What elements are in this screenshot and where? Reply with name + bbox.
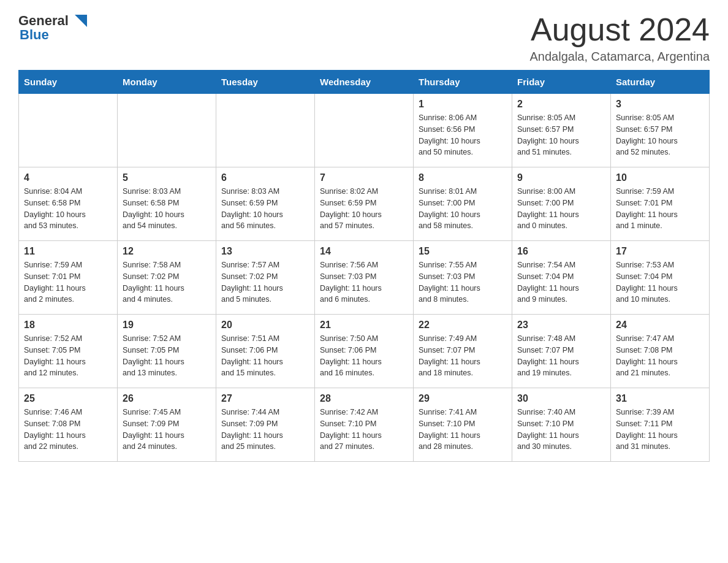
day-number: 24 xyxy=(616,320,704,331)
calendar-header-row: SundayMondayTuesdayWednesdayThursdayFrid… xyxy=(19,71,710,94)
day-number: 23 xyxy=(517,320,605,331)
day-number: 14 xyxy=(320,246,408,257)
day-info: Sunrise: 7:52 AM Sunset: 7:05 PM Dayligh… xyxy=(24,333,112,379)
calendar-cell: 3Sunrise: 8:05 AM Sunset: 6:57 PM Daylig… xyxy=(611,94,710,167)
calendar-cell: 31Sunrise: 7:39 AM Sunset: 7:11 PM Dayli… xyxy=(611,388,710,462)
day-info: Sunrise: 7:41 AM Sunset: 7:10 PM Dayligh… xyxy=(419,407,507,453)
day-info: Sunrise: 7:55 AM Sunset: 7:03 PM Dayligh… xyxy=(419,259,507,305)
day-number: 4 xyxy=(24,172,112,183)
logo-triangle-icon xyxy=(70,12,87,29)
calendar-cell: 12Sunrise: 7:58 AM Sunset: 7:02 PM Dayli… xyxy=(118,241,216,315)
day-info: Sunrise: 7:50 AM Sunset: 7:06 PM Dayligh… xyxy=(320,333,408,379)
calendar-cell xyxy=(19,94,118,167)
day-number: 22 xyxy=(419,320,507,331)
calendar-cell: 26Sunrise: 7:45 AM Sunset: 7:09 PM Dayli… xyxy=(118,388,216,462)
calendar-cell: 15Sunrise: 7:55 AM Sunset: 7:03 PM Dayli… xyxy=(414,241,512,315)
calendar-week-row: 1Sunrise: 8:06 AM Sunset: 6:56 PM Daylig… xyxy=(19,94,710,167)
calendar-cell: 11Sunrise: 7:59 AM Sunset: 7:01 PM Dayli… xyxy=(19,241,118,315)
day-number: 10 xyxy=(616,172,704,183)
calendar-cell: 7Sunrise: 8:02 AM Sunset: 6:59 PM Daylig… xyxy=(315,167,414,241)
calendar-header-wednesday: Wednesday xyxy=(315,71,414,94)
day-number: 26 xyxy=(123,393,211,404)
day-number: 19 xyxy=(123,320,211,331)
day-info: Sunrise: 7:44 AM Sunset: 7:09 PM Dayligh… xyxy=(221,407,309,453)
day-number: 28 xyxy=(320,393,408,404)
calendar-week-row: 11Sunrise: 7:59 AM Sunset: 7:01 PM Dayli… xyxy=(19,241,710,315)
day-info: Sunrise: 8:04 AM Sunset: 6:58 PM Dayligh… xyxy=(24,186,112,232)
day-info: Sunrise: 7:57 AM Sunset: 7:02 PM Dayligh… xyxy=(221,259,309,305)
day-number: 1 xyxy=(419,99,507,110)
month-title: August 2024 xyxy=(529,12,710,47)
calendar-header-sunday: Sunday xyxy=(19,71,118,94)
day-number: 30 xyxy=(517,393,605,404)
day-info: Sunrise: 7:47 AM Sunset: 7:08 PM Dayligh… xyxy=(616,333,704,379)
calendar-header-saturday: Saturday xyxy=(611,71,710,94)
day-info: Sunrise: 7:52 AM Sunset: 7:05 PM Dayligh… xyxy=(123,333,211,379)
calendar-cell: 2Sunrise: 8:05 AM Sunset: 6:57 PM Daylig… xyxy=(512,94,611,167)
svg-marker-0 xyxy=(75,15,87,27)
calendar-cell xyxy=(216,94,315,167)
calendar-cell: 23Sunrise: 7:48 AM Sunset: 7:07 PM Dayli… xyxy=(512,315,611,388)
day-number: 8 xyxy=(419,172,507,183)
day-info: Sunrise: 7:54 AM Sunset: 7:04 PM Dayligh… xyxy=(517,259,605,305)
calendar-header-monday: Monday xyxy=(118,71,216,94)
calendar-header-tuesday: Tuesday xyxy=(216,71,315,94)
calendar-cell: 5Sunrise: 8:03 AM Sunset: 6:58 PM Daylig… xyxy=(118,167,216,241)
calendar-table: SundayMondayTuesdayWednesdayThursdayFrid… xyxy=(18,70,710,462)
day-info: Sunrise: 8:01 AM Sunset: 7:00 PM Dayligh… xyxy=(419,186,507,232)
day-number: 17 xyxy=(616,246,704,257)
day-number: 6 xyxy=(221,172,309,183)
day-info: Sunrise: 7:40 AM Sunset: 7:10 PM Dayligh… xyxy=(517,407,605,453)
logo: General Blue xyxy=(18,12,87,43)
calendar-cell: 10Sunrise: 7:59 AM Sunset: 7:01 PM Dayli… xyxy=(611,167,710,241)
calendar-cell: 14Sunrise: 7:56 AM Sunset: 7:03 PM Dayli… xyxy=(315,241,414,315)
day-info: Sunrise: 7:45 AM Sunset: 7:09 PM Dayligh… xyxy=(123,407,211,453)
day-info: Sunrise: 8:03 AM Sunset: 6:59 PM Dayligh… xyxy=(221,186,309,232)
calendar-header-thursday: Thursday xyxy=(414,71,512,94)
title-block: August 2024 Andalgala, Catamarca, Argent… xyxy=(529,12,710,64)
page-header: General Blue August 2024 Andalgala, Cata… xyxy=(18,12,710,64)
calendar-header-friday: Friday xyxy=(512,71,611,94)
day-number: 29 xyxy=(419,393,507,404)
calendar-cell: 16Sunrise: 7:54 AM Sunset: 7:04 PM Dayli… xyxy=(512,241,611,315)
calendar-cell: 18Sunrise: 7:52 AM Sunset: 7:05 PM Dayli… xyxy=(19,315,118,388)
day-number: 5 xyxy=(123,172,211,183)
calendar-cell xyxy=(315,94,414,167)
calendar-cell: 24Sunrise: 7:47 AM Sunset: 7:08 PM Dayli… xyxy=(611,315,710,388)
logo-blue-text: Blue xyxy=(20,27,49,43)
day-number: 18 xyxy=(24,320,112,331)
location-text: Andalgala, Catamarca, Argentina xyxy=(529,50,710,64)
day-info: Sunrise: 8:05 AM Sunset: 6:57 PM Dayligh… xyxy=(616,112,704,158)
day-info: Sunrise: 7:59 AM Sunset: 7:01 PM Dayligh… xyxy=(24,259,112,305)
day-info: Sunrise: 8:05 AM Sunset: 6:57 PM Dayligh… xyxy=(517,112,605,158)
day-info: Sunrise: 7:39 AM Sunset: 7:11 PM Dayligh… xyxy=(616,407,704,453)
day-info: Sunrise: 7:48 AM Sunset: 7:07 PM Dayligh… xyxy=(517,333,605,379)
day-info: Sunrise: 7:53 AM Sunset: 7:04 PM Dayligh… xyxy=(616,259,704,305)
calendar-cell: 21Sunrise: 7:50 AM Sunset: 7:06 PM Dayli… xyxy=(315,315,414,388)
day-number: 31 xyxy=(616,393,704,404)
day-info: Sunrise: 7:51 AM Sunset: 7:06 PM Dayligh… xyxy=(221,333,309,379)
calendar-cell: 13Sunrise: 7:57 AM Sunset: 7:02 PM Dayli… xyxy=(216,241,315,315)
day-info: Sunrise: 7:46 AM Sunset: 7:08 PM Dayligh… xyxy=(24,407,112,453)
day-number: 21 xyxy=(320,320,408,331)
calendar-cell: 6Sunrise: 8:03 AM Sunset: 6:59 PM Daylig… xyxy=(216,167,315,241)
day-info: Sunrise: 7:42 AM Sunset: 7:10 PM Dayligh… xyxy=(320,407,408,453)
day-info: Sunrise: 8:00 AM Sunset: 7:00 PM Dayligh… xyxy=(517,186,605,232)
day-number: 25 xyxy=(24,393,112,404)
day-number: 13 xyxy=(221,246,309,257)
day-info: Sunrise: 8:06 AM Sunset: 6:56 PM Dayligh… xyxy=(419,112,507,158)
day-info: Sunrise: 8:03 AM Sunset: 6:58 PM Dayligh… xyxy=(123,186,211,232)
calendar-week-row: 4Sunrise: 8:04 AM Sunset: 6:58 PM Daylig… xyxy=(19,167,710,241)
calendar-cell: 28Sunrise: 7:42 AM Sunset: 7:10 PM Dayli… xyxy=(315,388,414,462)
calendar-cell: 17Sunrise: 7:53 AM Sunset: 7:04 PM Dayli… xyxy=(611,241,710,315)
calendar-cell: 22Sunrise: 7:49 AM Sunset: 7:07 PM Dayli… xyxy=(414,315,512,388)
day-info: Sunrise: 7:56 AM Sunset: 7:03 PM Dayligh… xyxy=(320,259,408,305)
calendar-cell: 30Sunrise: 7:40 AM Sunset: 7:10 PM Dayli… xyxy=(512,388,611,462)
day-number: 3 xyxy=(616,99,704,110)
day-number: 15 xyxy=(419,246,507,257)
calendar-cell: 9Sunrise: 8:00 AM Sunset: 7:00 PM Daylig… xyxy=(512,167,611,241)
calendar-cell: 4Sunrise: 8:04 AM Sunset: 6:58 PM Daylig… xyxy=(19,167,118,241)
day-number: 20 xyxy=(221,320,309,331)
calendar-week-row: 25Sunrise: 7:46 AM Sunset: 7:08 PM Dayli… xyxy=(19,388,710,462)
calendar-week-row: 18Sunrise: 7:52 AM Sunset: 7:05 PM Dayli… xyxy=(19,315,710,388)
